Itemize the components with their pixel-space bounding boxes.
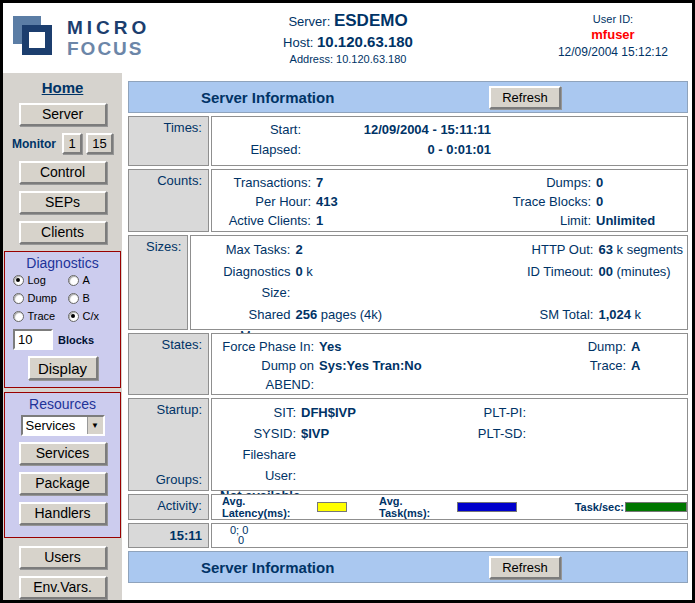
counts-value-cell: Transactions:7 Dumps:0 Per Hour:413 Trac… (211, 169, 688, 232)
package-button[interactable]: Package (19, 472, 107, 495)
times-label-cell: Times: (128, 116, 209, 166)
radio-b[interactable]: B (68, 292, 113, 304)
field-label: SIT: (216, 402, 296, 423)
field-value: 7 (316, 173, 323, 192)
legend-item-task-ms: Avg. Task(ms): (379, 495, 517, 519)
resources-dropdown[interactable]: Services ▼ (21, 415, 105, 436)
radio-a[interactable]: A (68, 274, 113, 286)
field-value: 2 (295, 242, 302, 257)
field-value: Unlimited (596, 211, 655, 230)
activity-time: 15:11 (169, 528, 202, 543)
logo-word-micro: MICRO (67, 18, 150, 37)
server-line: Server: ESDEMO (228, 11, 468, 31)
field-label: Fileshare User: (216, 444, 296, 486)
field-label: PLT-SD: (466, 423, 526, 444)
login-timestamp: 12/09/2004 15:12:12 (543, 45, 683, 59)
monitor-1-button[interactable]: 1 (62, 133, 82, 154)
elapsed-line: Elapsed: 0 - 0:01:01 (216, 140, 683, 160)
seps-button[interactable]: SEPs (19, 191, 107, 214)
resources-panel: Resources Services ▼ Services Package Ha… (4, 392, 121, 538)
times-label: Times: (163, 120, 202, 135)
field-label: SYSID: (216, 423, 296, 444)
times-row: Times: Start: 12/09/2004 - 15:11:11 Elap… (128, 116, 688, 166)
field-label: Limit: (466, 211, 591, 230)
field-value: 0 (596, 192, 603, 211)
field-value: 1,024 (598, 307, 631, 322)
micro-focus-logo: MICRO FOCUS (13, 13, 150, 63)
activity-values-row: 15:11 0; 0 0 (128, 523, 688, 548)
activity-row: Activity: Avg. Latency(ms): Avg. Task(ms… (128, 494, 688, 520)
user-info: User ID: mfuser 12/09/2004 15:12:12 (543, 13, 683, 59)
host-value: 10.120.63.180 (317, 33, 413, 50)
field-value: 1 (316, 211, 323, 230)
field-unit: pages (4k) (317, 307, 382, 322)
field-value: 00 (598, 264, 612, 279)
field-value: A (631, 356, 640, 394)
startup-label: Startup: (156, 402, 202, 417)
field-unit: k (631, 307, 641, 322)
handlers-button[interactable]: Handlers (19, 502, 107, 525)
legend-item-task-sec: Task/sec: (575, 501, 687, 513)
diagnostics-title: Diagnostics (5, 255, 120, 271)
diagnostics-radio-group: Log A Dump B Trace (5, 274, 120, 322)
refresh-button-top[interactable]: Refresh (489, 86, 561, 109)
home-link[interactable]: Home (3, 79, 122, 96)
legend-label: Avg. Task(ms): (379, 495, 456, 519)
radio-cx[interactable]: C/x (68, 310, 113, 322)
envvars-button[interactable]: Env.Vars. (19, 576, 107, 599)
server-button[interactable]: Server (19, 103, 107, 126)
radio-button-icon (68, 293, 79, 304)
address-value: 10.120.63.180 (336, 53, 406, 65)
activity-value-line: 0; 0 (216, 525, 683, 535)
user-id-value: mfuser (543, 27, 683, 42)
logo-front-square (22, 25, 52, 55)
info-line: Max Tasks:2 HTTP Out:63 k segments (195, 239, 683, 261)
header: MICRO FOCUS Server: ESDEMO Host: 10.120.… (3, 3, 692, 73)
groups-label: Groups: (156, 472, 202, 487)
field-unit: k (303, 264, 313, 279)
radio-trace-label: Trace (28, 310, 56, 322)
sidebar: Home Server Monitor 1 15 Control SEPs Cl… (3, 73, 122, 600)
field-value: 0 (596, 173, 603, 192)
info-line: Diagnostics Size:0 k ID Timeout:00 (minu… (195, 261, 683, 304)
monitor-label: Monitor (12, 137, 56, 151)
task-sec-swatch (625, 502, 687, 512)
info-line: Dump on ABEND:Sys:Yes Tran:No Trace:A (216, 356, 683, 394)
radio-log-label: Log (28, 274, 46, 286)
activity-value-cell: Avg. Latency(ms): Avg. Task(ms): Task/se… (211, 494, 688, 520)
server-label: Server: (288, 14, 330, 29)
display-button[interactable]: Display (28, 356, 98, 380)
control-button[interactable]: Control (19, 161, 107, 184)
start-line: Start: 12/09/2004 - 15:11:11 (216, 120, 683, 140)
blocks-input[interactable] (13, 329, 53, 350)
field-value: 12/09/2004 - 15:11:11 (301, 120, 491, 140)
radio-trace[interactable]: Trace (13, 310, 68, 322)
info-line: SYSID:$IVP PLT-SD: (216, 423, 683, 444)
page-title-bottom: Server Information (201, 559, 334, 576)
info-line: Fileshare User: (216, 444, 683, 486)
monitor-row: Monitor 1 15 (3, 133, 122, 154)
radio-cx-label: C/x (83, 310, 100, 322)
services-button[interactable]: Services (19, 442, 107, 465)
main-content: Server Information Refresh Times: Start:… (128, 81, 688, 586)
field-value: DFH$IVP (301, 402, 356, 423)
users-button[interactable]: Users (19, 546, 107, 569)
radio-button-icon (68, 275, 79, 286)
counts-label: Counts: (157, 173, 202, 188)
startup-value-cell: SIT:DFH$IVP PLT-PI: SYSID:$IVP PLT-SD: F… (211, 398, 688, 491)
refresh-button-bottom[interactable]: Refresh (489, 556, 561, 579)
states-label-cell: States: (128, 333, 209, 395)
address-line: Address: 10.120.63.180 (228, 53, 468, 65)
blocks-label: Blocks (58, 334, 94, 346)
monitor-15-button[interactable]: 15 (86, 133, 113, 154)
radio-log[interactable]: Log (13, 274, 68, 286)
radio-dump[interactable]: Dump (13, 292, 68, 304)
counts-row: Counts: Transactions:7 Dumps:0 Per Hour:… (128, 169, 688, 232)
chevron-down-icon: ▼ (87, 417, 103, 434)
clients-button[interactable]: Clients (19, 221, 107, 244)
info-line: SIT:DFH$IVP PLT-PI: (216, 402, 683, 423)
logo-text: MICRO FOCUS (67, 18, 150, 58)
info-line: Transactions:7 Dumps:0 (216, 173, 683, 192)
field-label: Start: (216, 120, 301, 140)
radio-button-icon (13, 311, 24, 322)
